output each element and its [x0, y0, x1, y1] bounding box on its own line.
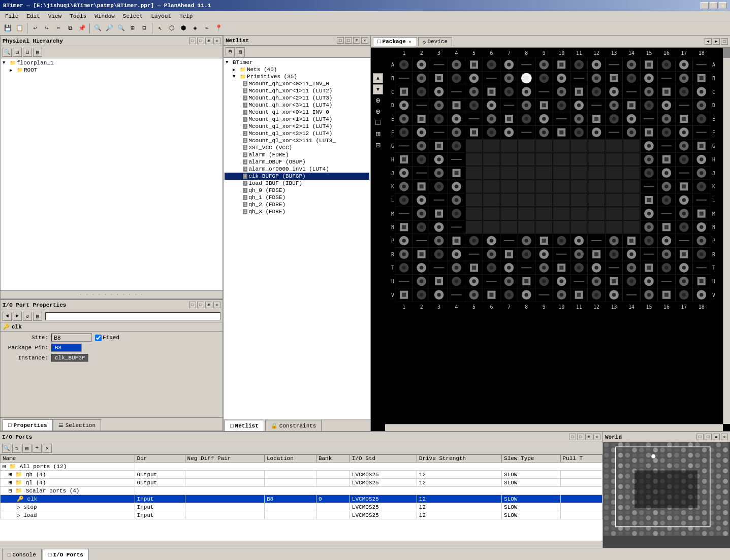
col-bank[interactable]: Bank: [316, 455, 350, 463]
menu-view[interactable]: View: [45, 13, 65, 20]
group-expand[interactable]: ⊟: [9, 488, 12, 494]
nl-item-4[interactable]: i Mcount_ql_xor<0>11_INV_0: [225, 109, 369, 116]
menu-window[interactable]: Window: [91, 13, 118, 20]
maximize-button[interactable]: □: [710, 2, 718, 9]
ph-expand-btn[interactable]: ⊞: [13, 48, 22, 57]
menu-tools[interactable]: Tools: [67, 13, 89, 20]
toolbar-wire[interactable]: ⌁: [201, 23, 212, 34]
expand-icon[interactable]: ▼: [226, 60, 232, 65]
nav-down-btn[interactable]: ▼: [373, 84, 383, 94]
menu-file[interactable]: File: [2, 13, 21, 20]
ph-close-btn[interactable]: ✕: [213, 38, 220, 44]
ph-filter-btn[interactable]: ▤: [33, 48, 42, 57]
tab-selection[interactable]: ☰ Selection: [53, 419, 101, 431]
pkg-scrollbar-h[interactable]: [385, 424, 723, 431]
ph-float-btn[interactable]: □: [197, 38, 204, 44]
nl-item-11[interactable]: i alarm_OBUF (OBUF): [225, 158, 369, 166]
expand-icon[interactable]: ▶: [233, 67, 239, 73]
toolbar-pin[interactable]: 📍: [213, 23, 224, 34]
ph-search-btn[interactable]: 🔍: [3, 48, 12, 57]
nl-close-btn[interactable]: ✕: [361, 37, 368, 44]
table-row[interactable]: ⊟ 📁 Scalar ports (4): [1, 487, 602, 495]
col-dir[interactable]: Dir: [135, 455, 185, 463]
toolbar-save[interactable]: 💾: [2, 23, 13, 34]
site-input[interactable]: [51, 334, 92, 342]
toolbar-zoom-out[interactable]: 🔍: [115, 23, 126, 34]
expand-icon[interactable]: ▼: [233, 74, 239, 79]
nl-restore-btn[interactable]: □: [337, 37, 344, 44]
col-drive[interactable]: Drive Strength: [417, 455, 501, 463]
col-location[interactable]: Location: [264, 455, 316, 463]
iop-filter-btn2[interactable]: ▤: [22, 444, 31, 453]
iop-add-btn[interactable]: +: [33, 444, 42, 453]
close-button[interactable]: ✕: [719, 2, 727, 9]
col-slew[interactable]: Slew Type: [502, 455, 560, 463]
pkg-float-btn[interactable]: □: [721, 38, 728, 45]
nl-item-12[interactable]: i alarm_or0000_inv1 (LUT4): [225, 166, 369, 173]
io-ports-hscroll[interactable]: [0, 541, 602, 548]
tab-console[interactable]: □ Console: [2, 549, 42, 560]
iop-search-btn[interactable]: 🔍: [2, 444, 11, 453]
package-canvas[interactable]: ▲ ▼ ⊕ ⊕ □ ⊞ ⊡: [371, 48, 730, 431]
minimize-button[interactable]: _: [701, 2, 709, 9]
nl-item-14[interactable]: i load_IBUF (IBUF): [225, 180, 369, 187]
world-close-btn[interactable]: ✕: [721, 434, 728, 440]
iop2-restore-btn[interactable]: □: [569, 434, 576, 440]
nl-item-0[interactable]: i Mcount_qh_xor<0>11_INV_0: [225, 80, 369, 87]
table-row[interactable]: ⊟ 📁 All ports (12): [1, 463, 602, 471]
toolbar-btn-2[interactable]: 📋: [14, 23, 25, 34]
iop-next-btn[interactable]: ►: [13, 312, 22, 321]
pkg-grid-canvas[interactable]: [385, 48, 715, 312]
expand-icon[interactable]: ▶: [10, 68, 16, 73]
ph-tree-item-root[interactable]: ▶ 📁 ROOT: [9, 67, 221, 74]
table-row[interactable]: ▷ stop Input LVCMOS25 12 SLOW: [1, 503, 602, 511]
pkg-tab-device[interactable]: ◇ Device: [418, 37, 452, 46]
toolbar-zoom-fit[interactable]: ⊞: [127, 23, 138, 34]
menu-select[interactable]: Select: [120, 13, 146, 20]
nl-item-5[interactable]: i Mcount_ql_xor<1>11 (LUT4): [225, 116, 369, 123]
iop-filter-btn[interactable]: ▤: [33, 312, 42, 321]
menu-edit[interactable]: Edit: [23, 13, 43, 20]
pkg-pin-value[interactable]: B8: [51, 344, 82, 352]
pkg-tab-package[interactable]: □ Package ✕: [373, 37, 417, 46]
col-iostd[interactable]: I/O Std: [350, 455, 417, 463]
menu-help[interactable]: Help: [176, 13, 196, 20]
nl-nets-item[interactable]: ▶ 📁 Nets (40): [232, 66, 369, 73]
world-minimap[interactable]: [603, 442, 730, 548]
nl-expand-btn[interactable]: ⊞: [226, 47, 235, 56]
col-name[interactable]: Name: [1, 455, 135, 463]
toolbar-copy[interactable]: ⧉: [65, 23, 76, 34]
pkg-scrollbar-v[interactable]: [723, 48, 730, 424]
tab-io-ports[interactable]: □ I/O Ports: [43, 549, 89, 560]
col-neg-diff[interactable]: Neg Diff Pair: [185, 455, 264, 463]
nl-primitives-item[interactable]: ▼ 📁 Primitives (35): [232, 73, 369, 80]
tab-properties[interactable]: □ Properties: [3, 419, 53, 431]
ph-tree-item-floorplan[interactable]: ▼ 📁 floorplan_1: [2, 59, 221, 67]
nl-item-15[interactable]: i qh_0 (FDSE): [225, 187, 369, 194]
iop-sort-btn[interactable]: ⇅: [12, 444, 21, 453]
nl-item-18[interactable]: i qh_3 (FDRE): [225, 208, 369, 215]
expand-icon[interactable]: ▼: [3, 60, 9, 65]
iop-refresh-btn[interactable]: ↺: [23, 312, 32, 321]
nl-tab-constraints[interactable]: 🔒 Constraints: [265, 420, 322, 431]
instance-value[interactable]: clk_BUFGP: [51, 354, 88, 362]
iop2-float-btn[interactable]: □: [577, 434, 584, 440]
nl-item-6[interactable]: i Mcount_ql_xor<2>11 (LUT4): [225, 123, 369, 130]
world-pin-btn[interactable]: #: [713, 434, 720, 440]
nl-item-17[interactable]: i qh_2 (FDRE): [225, 201, 369, 208]
pkg-fwd-btn[interactable]: ►: [713, 38, 720, 45]
title-bar-buttons[interactable]: _ □ ✕: [701, 2, 727, 9]
iop-pin-btn[interactable]: #: [205, 302, 212, 308]
iop-search-field[interactable]: [45, 312, 220, 320]
menu-layout[interactable]: Layout: [148, 13, 174, 20]
toolbar-mark[interactable]: ◈: [189, 23, 201, 34]
iop-del-btn[interactable]: ✕: [43, 444, 52, 453]
toolbar-search[interactable]: 🔍: [92, 23, 103, 34]
toolbar-cut[interactable]: ✂: [53, 23, 64, 34]
nl-item-9[interactable]: i XST_VCC (VCC): [225, 144, 369, 151]
toolbar-paste[interactable]: 📌: [76, 23, 87, 34]
table-row[interactable]: 🔑 clk Input B8 0 LVCMOS25 12 SLOW: [1, 495, 602, 503]
ph-restore-btn[interactable]: □: [189, 38, 196, 44]
nl-item-1[interactable]: i Mcount_qh_xor<1>11 (LUT2): [225, 87, 369, 94]
nl-item-10[interactable]: i alarm (FDRE): [225, 151, 369, 158]
